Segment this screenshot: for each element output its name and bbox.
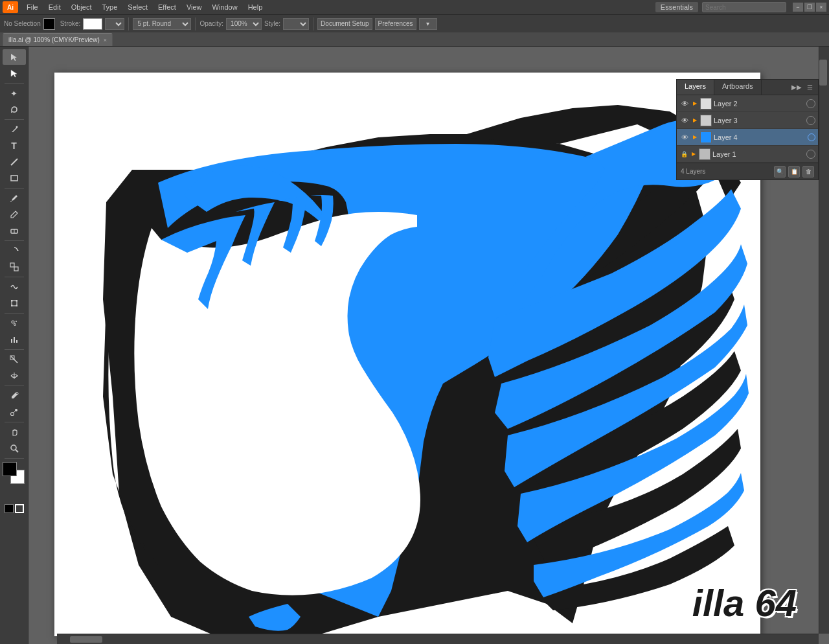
pencil-tool[interactable] <box>3 207 26 222</box>
svg-point-18 <box>16 321 17 322</box>
style-selector[interactable] <box>283 18 309 30</box>
fill-swatch[interactable] <box>43 18 55 30</box>
type-tool[interactable]: T <box>3 138 26 154</box>
layer-row-2[interactable]: 👁 ▶ Layer 2 <box>677 95 818 112</box>
tab-artboards[interactable]: Artboards <box>714 80 762 95</box>
document-setup-button[interactable]: Document Setup <box>317 18 372 30</box>
stroke-dropdown[interactable] <box>105 18 124 30</box>
menu-edit[interactable]: Edit <box>44 2 65 12</box>
opacity-label: Opacity: <box>199 20 223 27</box>
horizontal-scroll-thumb[interactable] <box>70 636 102 643</box>
opacity-selector[interactable]: 100% <box>226 18 262 30</box>
menu-effect[interactable]: Effect <box>153 2 181 12</box>
panel-menu-icon[interactable]: ☰ <box>804 82 815 92</box>
menu-select[interactable]: Select <box>123 2 152 12</box>
color-swatches[interactable] <box>3 462 26 485</box>
pen-tool[interactable] <box>3 122 26 137</box>
layer-row-4[interactable]: 👁 ▶ Layer 4 <box>677 129 818 146</box>
layer-3-target[interactable] <box>806 116 815 125</box>
layer-3-name: Layer 3 <box>714 117 804 124</box>
layer-row-3[interactable]: 👁 ▶ Layer 3 <box>677 112 818 129</box>
preferences-button[interactable]: Preferences <box>375 18 416 30</box>
rotate-tool[interactable] <box>3 243 26 259</box>
svg-marker-1 <box>11 70 17 77</box>
vertical-scrollbar[interactable] <box>819 47 829 634</box>
scroll-thumb[interactable] <box>819 60 827 86</box>
selection-tool[interactable] <box>3 49 26 65</box>
magic-wand-tool[interactable]: ✦ <box>3 86 26 101</box>
line-tool[interactable] <box>3 154 26 170</box>
svg-rect-5 <box>11 176 17 181</box>
menu-view[interactable]: View <box>182 2 207 12</box>
svg-rect-14 <box>16 300 17 302</box>
menu-object[interactable]: Object <box>67 2 97 12</box>
layer-3-expand[interactable]: ▶ <box>692 117 698 124</box>
workspace-label[interactable]: Essentials <box>655 2 698 12</box>
layer-1-lock[interactable]: 🔒 <box>679 150 688 159</box>
svg-point-17 <box>12 321 14 323</box>
fill-stroke-modes <box>5 504 24 513</box>
layer-4-target[interactable] <box>808 133 815 141</box>
layer-1-name: Layer 1 <box>712 150 804 158</box>
free-transform-tool[interactable] <box>3 295 26 311</box>
layer-4-expand[interactable]: ▶ <box>692 134 698 141</box>
paintbrush-tool[interactable] <box>3 190 26 206</box>
make-sublayer-button[interactable]: 🔍 <box>774 166 786 178</box>
layer-3-visibility[interactable]: 👁 <box>679 115 690 126</box>
stroke-mode[interactable] <box>15 504 24 513</box>
layer-2-target[interactable] <box>806 99 815 108</box>
hand-tool[interactable] <box>3 424 26 440</box>
blend-tool[interactable] <box>3 404 26 420</box>
search-input[interactable] <box>702 2 786 12</box>
svg-point-3 <box>16 126 17 128</box>
extra-btn[interactable]: ▾ <box>419 18 437 30</box>
lasso-tool[interactable] <box>3 102 26 117</box>
layer-4-thumbnail <box>700 132 712 143</box>
mesh-tool[interactable] <box>3 368 26 384</box>
layer-2-visibility[interactable]: 👁 <box>679 98 690 109</box>
scale-tool[interactable] <box>3 259 26 275</box>
eraser-tool[interactable] <box>3 223 26 238</box>
warp-tool[interactable] <box>3 279 26 295</box>
layer-1-thumbnail <box>699 148 710 160</box>
tab-close-icon[interactable]: × <box>104 37 107 43</box>
panel-flyout-icon[interactable]: ▶▶ <box>789 82 804 92</box>
separator-1 <box>128 17 129 30</box>
delete-layer-button[interactable]: 🗑 <box>802 166 814 178</box>
svg-point-28 <box>15 409 17 411</box>
menu-help[interactable]: Help <box>244 2 267 12</box>
zoom-tool[interactable] <box>3 441 26 456</box>
foreground-color-swatch[interactable] <box>3 462 17 476</box>
svg-rect-22 <box>16 340 17 343</box>
brush-selector[interactable]: 5 pt. Round <box>133 18 191 30</box>
stroke-swatch[interactable] <box>83 18 102 30</box>
document-tab[interactable]: illa.ai @ 100% (CMYK/Preview) × <box>3 33 113 46</box>
layer-2-expand[interactable]: ▶ <box>692 100 698 107</box>
layer-1-target[interactable] <box>806 150 815 159</box>
tab-layers[interactable]: Layers <box>677 80 714 95</box>
svg-rect-20 <box>11 339 12 343</box>
create-layer-button[interactable]: 📋 <box>788 166 800 178</box>
menu-window[interactable]: Window <box>208 2 242 12</box>
horizontal-scrollbar[interactable] <box>57 634 819 644</box>
tool-separator-10 <box>5 458 24 459</box>
close-button[interactable]: × <box>816 3 826 12</box>
svg-rect-15 <box>11 305 13 307</box>
restore-button[interactable]: ❐ <box>804 3 815 12</box>
eyedropper-tool[interactable] <box>3 388 26 404</box>
graph-tool[interactable] <box>3 332 26 347</box>
slice-tool[interactable] <box>3 352 26 367</box>
layer-row-1[interactable]: 🔒 ▶ Layer 1 <box>677 146 818 163</box>
menu-type[interactable]: Type <box>98 2 122 12</box>
layer-1-expand[interactable]: ▶ <box>690 151 697 157</box>
layer-4-visibility[interactable]: 👁 <box>679 132 690 143</box>
left-toolbar: ✦ T <box>0 47 28 644</box>
rectangle-tool[interactable] <box>3 170 26 186</box>
symbol-sprayer-tool[interactable] <box>3 316 26 331</box>
workspace-area: Essentials − ❐ × <box>655 2 826 12</box>
direct-selection-tool[interactable] <box>3 65 26 81</box>
tool-separator-5 <box>5 277 24 277</box>
menu-file[interactable]: File <box>22 2 43 12</box>
fill-mode[interactable] <box>5 504 14 513</box>
minimize-button[interactable]: − <box>793 3 803 12</box>
